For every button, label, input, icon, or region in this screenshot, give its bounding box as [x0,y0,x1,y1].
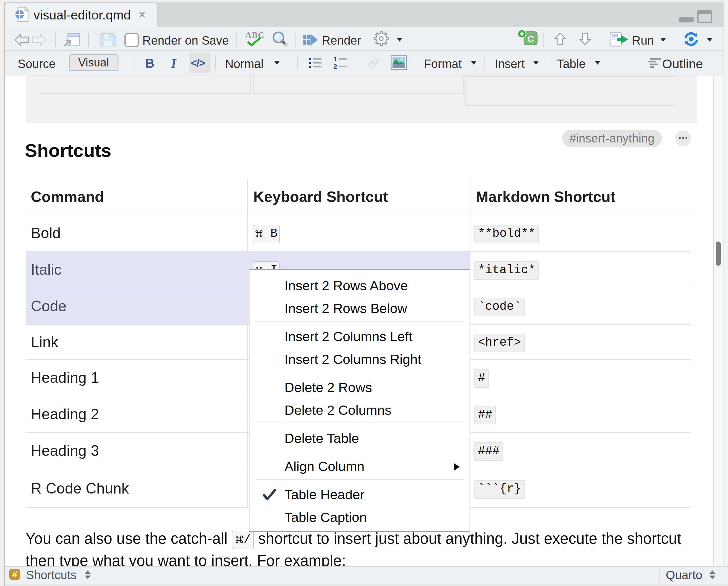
svg-text:1: 1 [334,56,337,63]
svg-text:2: 2 [334,63,337,70]
